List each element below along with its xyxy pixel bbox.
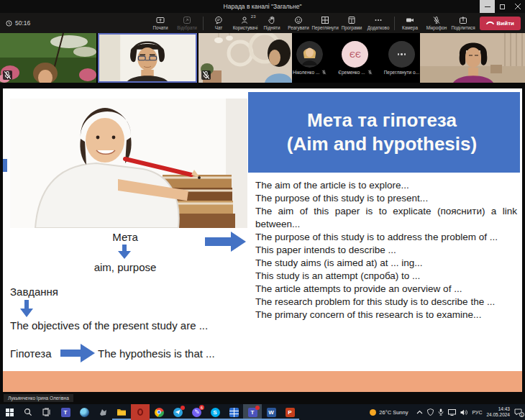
taskbar-viber-icon[interactable]: 6: [187, 404, 206, 420]
taskbar-search-button[interactable]: [19, 404, 37, 420]
slide-title-line2: (Aim and hypothesis): [248, 132, 520, 156]
powerpoint-icon: P: [286, 408, 295, 417]
mic-muted-icon: [201, 70, 211, 80]
leave-button[interactable]: Вийти: [480, 17, 521, 30]
taskbar-opera-icon[interactable]: [131, 404, 150, 420]
participants-label: Користувачі: [233, 25, 258, 30]
react-smiley-icon: [294, 16, 303, 24]
participant-avatar-item[interactable]: ЄЄ Єременко ...: [338, 41, 372, 75]
clock-time: 14:43: [486, 406, 510, 412]
task-view-button[interactable]: [37, 404, 56, 420]
raise-hand-button[interactable]: Підняти: [259, 16, 286, 30]
close-button[interactable]: [510, 0, 525, 13]
presenter-bar: Лукьянченко Ірина Олегівна: [0, 392, 525, 404]
tasks-label: Завдання: [10, 286, 58, 298]
tray-shield-icon[interactable]: [427, 408, 434, 416]
avatar-initials-text: ЄЄ: [350, 50, 361, 59]
system-tray: РУС 14:43 24.05.2024 1: [416, 406, 522, 418]
participants-button[interactable]: 23 Користувачі: [232, 16, 259, 30]
participant-video: [420, 33, 525, 83]
window-titlebar: Нарада в каналі "Загальне": [0, 0, 525, 13]
taskbar-teams-active-icon[interactable]: T: [243, 404, 262, 420]
toolbar-divider: [203, 17, 204, 30]
slide-text-line: The study aims (is aimed at) at ... ing.…: [255, 257, 517, 270]
slide-text-line: This paper intends to describe ...: [255, 244, 517, 257]
video-tile-3[interactable]: [420, 33, 525, 83]
view-more-label: Переглянути о...: [384, 70, 419, 75]
window-controls: [480, 0, 525, 13]
slide-text-line: The aim of this paper is to explicate (п…: [255, 205, 517, 231]
apps-button[interactable]: Програми: [339, 16, 365, 30]
action-center-badge: 1: [519, 412, 524, 417]
slide-text-line: The research problem for this study is t…: [255, 296, 517, 309]
apps-icon: [347, 16, 356, 24]
video-tile-2[interactable]: [198, 33, 292, 83]
avatar-initials: ЄЄ: [342, 41, 368, 68]
video-tile-1[interactable]: [0, 33, 96, 83]
teams-badge: [255, 406, 260, 410]
camera-button[interactable]: Камера: [397, 16, 424, 30]
toolbar-divider: [394, 17, 395, 30]
leave-label: Вийти: [497, 20, 514, 27]
language-indicator[interactable]: РУС: [472, 410, 482, 415]
slide-text-line: The purpose of this study is to address …: [255, 231, 517, 244]
objectives-text: The objectives of the present study are …: [10, 319, 208, 332]
view-more-participants[interactable]: Переглянути о...: [384, 41, 419, 75]
video-tile-active-speaker[interactable]: [98, 33, 197, 83]
taskbar-powerpoint-icon[interactable]: P: [280, 404, 299, 420]
taskbar-weather[interactable]: 26°C Sunny: [370, 409, 408, 416]
taskbar-grid-app-icon[interactable]: [224, 404, 243, 420]
opera-icon: [137, 408, 143, 416]
tray-speaker-icon[interactable]: [460, 409, 467, 416]
skype-icon: S: [211, 408, 220, 417]
folder-icon: [117, 408, 127, 416]
taskbar-app-icon[interactable]: [93, 404, 112, 420]
view-button[interactable]: Переглянути: [312, 16, 339, 30]
taskbar-chrome-icon[interactable]: [150, 404, 168, 420]
microphone-label: Мікрофон: [426, 25, 447, 30]
slide-text-line: The purpose of this study is to present.…: [255, 192, 517, 205]
right-arrow-icon: [60, 344, 95, 362]
start-button[interactable]: [0, 404, 19, 420]
participants-icon: [241, 16, 250, 24]
aim-purpose-label: aim, purpose: [71, 261, 179, 273]
garden-background: [0, 33, 96, 83]
start-presenting-button[interactable]: Почати: [147, 16, 174, 30]
speaker-video: [99, 35, 196, 81]
raise-hand-icon: [268, 16, 276, 24]
presentation-slide: Мета та гіпотеза (Aim and hypothesis) Th…: [3, 88, 522, 392]
word-icon: W: [267, 408, 276, 417]
taskbar-telegram-icon[interactable]: [168, 404, 187, 420]
taskbar-skype-icon[interactable]: S: [206, 404, 224, 420]
taskbar-word-icon[interactable]: W: [262, 404, 280, 420]
chat-icon: [214, 16, 223, 24]
microphone-button[interactable]: Мікрофон: [424, 16, 450, 30]
minimize-button[interactable]: [480, 0, 495, 13]
tray-mic-icon[interactable]: [438, 408, 444, 416]
mic-muted-icon: [321, 70, 327, 75]
hangup-icon: [486, 20, 494, 26]
react-button[interactable]: Реагувати: [286, 16, 312, 30]
muted-mic-badge: [201, 70, 211, 80]
teams-meeting-window: Нарада в каналі "Загальне" 50:16 П: [0, 0, 525, 420]
slide-text-line: The article attempts to provide an overv…: [255, 283, 517, 296]
tray-chevron-icon[interactable]: [416, 410, 423, 414]
slide-title-line1: Мета та гіпотеза: [248, 109, 520, 132]
close-icon: [515, 4, 521, 9]
share-button[interactable]: Поділитися: [450, 16, 477, 30]
action-center-button[interactable]: 1: [514, 408, 522, 416]
timer-icon: [6, 20, 12, 27]
more-button[interactable]: Додатково: [365, 16, 392, 30]
woman-with-books-photo: [10, 99, 247, 228]
chat-button[interactable]: Чат: [206, 16, 232, 30]
start-presenting-label: Почати: [153, 25, 168, 30]
taskbar-edge-icon[interactable]: [75, 404, 93, 420]
maximize-button[interactable]: [495, 0, 510, 13]
tray-display-icon[interactable]: [448, 409, 456, 416]
taskbar-explorer-icon[interactable]: [112, 404, 131, 420]
taskbar-clock[interactable]: 14:43 24.05.2024: [486, 406, 510, 418]
slide-photo: [10, 99, 247, 228]
view-grid-icon: [321, 16, 329, 24]
taskbar-teams-icon[interactable]: T: [56, 404, 75, 420]
participant-avatar-item[interactable]: Ніколенко ...: [293, 41, 327, 75]
